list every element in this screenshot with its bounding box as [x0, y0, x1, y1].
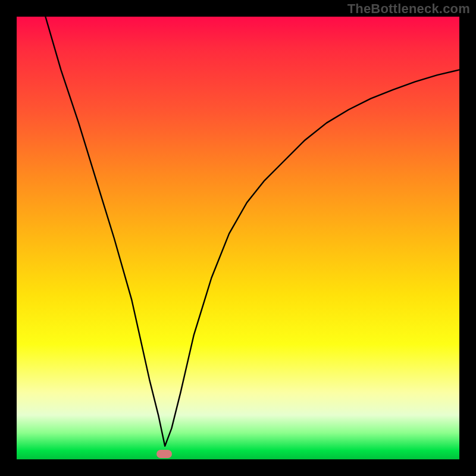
watermark-label: TheBottleneck.com — [347, 1, 470, 17]
plot-area — [17, 17, 459, 459]
bottleneck-curve — [17, 17, 459, 459]
optimum-marker — [156, 450, 172, 458]
curve-path — [45, 17, 459, 446]
chart-frame: TheBottleneck.com — [0, 0, 476, 476]
